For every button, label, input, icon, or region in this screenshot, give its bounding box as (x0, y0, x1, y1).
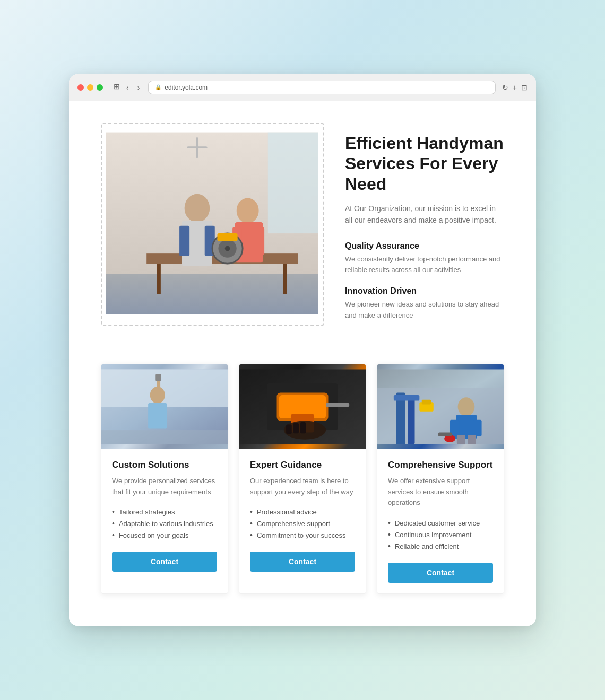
browser-actions: ↻ + ⊡ (502, 83, 528, 92)
url-text: editor.yola.com (165, 84, 208, 91)
hero-subtitle: At Our Organization, our mission is to e… (345, 203, 504, 226)
card-list-item: Continuous improvement (388, 529, 493, 540)
svg-rect-2 (268, 132, 318, 233)
contact-button-2[interactable]: Contact (250, 552, 355, 572)
svg-rect-4 (157, 264, 161, 294)
svg-point-6 (185, 194, 210, 222)
card-desc-2: Our experienced team is here to support … (250, 476, 355, 498)
card-title-3: Comprehensive Support (388, 460, 493, 470)
card-body-1: Custom Solutions We provide personalized… (101, 449, 228, 583)
lock-icon: 🔒 (155, 84, 161, 90)
card-list-3: Dedicated customer service Continuous im… (388, 517, 493, 552)
card-comprehensive-support: Comprehensive Support We offer extensive… (377, 364, 504, 594)
hero-title: Efficient Handyman Services For Every Ne… (345, 133, 504, 194)
hero-content: Efficient Handyman Services For Every Ne… (345, 122, 504, 332)
card-image-2 (239, 364, 366, 449)
browser-window: ⊞ ‹ › 🔒 editor.yola.com ↻ + ⊡ (69, 74, 536, 626)
card-list-item: Focused on your goals (112, 529, 217, 541)
svg-rect-22 (101, 369, 228, 407)
card-list-item: Comprehensive support (250, 518, 355, 529)
card-list-item: Dedicated customer service (388, 517, 493, 529)
svg-rect-8 (179, 225, 189, 256)
svg-rect-36 (293, 423, 299, 433)
card-body-2: Expert Guidance Our experienced team is … (239, 449, 366, 583)
svg-rect-20 (196, 137, 198, 158)
svg-rect-13 (255, 227, 264, 255)
back-button[interactable]: ‹ (124, 82, 131, 93)
svg-rect-51 (468, 435, 476, 444)
feature-quality: Quality Assurance We consistently delive… (345, 241, 504, 276)
feature-innovation-desc: We pioneer new ideas and solutions to st… (345, 299, 504, 321)
card-list-item: Reliable and efficient (388, 540, 493, 552)
svg-rect-37 (300, 422, 306, 433)
svg-rect-44 (422, 400, 431, 405)
sidebar-toggle-icon[interactable]: ⊞ (114, 82, 120, 93)
svg-rect-26 (155, 374, 161, 381)
forward-button[interactable]: › (135, 82, 142, 93)
traffic-light-yellow[interactable] (87, 84, 93, 91)
card-desc-3: We offer extensive support services to e… (388, 476, 493, 509)
card-list-item: Professional advice (250, 506, 355, 518)
svg-rect-41 (408, 397, 414, 444)
feature-innovation-title: Innovation Driven (345, 286, 504, 296)
card-title-1: Custom Solutions (112, 460, 217, 470)
cards-section: Custom Solutions We provide personalized… (101, 364, 504, 594)
svg-rect-24 (148, 403, 167, 428)
svg-rect-17 (218, 233, 238, 241)
hero-image-dashed-border (101, 122, 324, 326)
add-tab-icon[interactable]: + (513, 83, 517, 92)
svg-point-45 (458, 397, 475, 416)
contact-button-1[interactable]: Contact (112, 552, 217, 572)
card-body-3: Comprehensive Support We offer extensive… (377, 449, 504, 593)
card-desc-1: We provide personalized services that fi… (112, 476, 217, 498)
traffic-lights (77, 84, 103, 91)
card-expert-guidance: Expert Guidance Our experienced team is … (239, 364, 366, 594)
more-options-icon[interactable]: ⊡ (521, 83, 528, 92)
address-bar[interactable]: 🔒 editor.yola.com (148, 81, 495, 94)
feature-innovation: Innovation Driven We pioneer new ideas a… (345, 286, 504, 321)
page-content: Efficient Handyman Services For Every Ne… (69, 101, 536, 626)
feature-quality-title: Quality Assurance (345, 241, 504, 251)
browser-controls: ⊞ ‹ › (114, 82, 142, 93)
contact-button-3[interactable]: Contact (388, 563, 493, 583)
svg-rect-33 (326, 403, 349, 407)
svg-rect-5 (283, 264, 287, 294)
card-title-2: Expert Guidance (250, 460, 355, 470)
browser-chrome: ⊞ ‹ › 🔒 editor.yola.com ↻ + ⊡ (69, 74, 536, 101)
hero-section: Efficient Handyman Services For Every Ne… (101, 122, 504, 332)
traffic-light-green[interactable] (97, 84, 103, 91)
card-custom-solutions: Custom Solutions We provide personalized… (101, 364, 228, 594)
svg-rect-50 (457, 435, 465, 444)
hero-image-container (101, 122, 324, 326)
card-list-2: Professional advice Comprehensive suppor… (250, 506, 355, 541)
svg-rect-42 (394, 395, 419, 401)
card-image-3 (377, 364, 504, 449)
refresh-icon[interactable]: ↻ (502, 83, 508, 92)
svg-rect-27 (101, 430, 228, 444)
svg-point-10 (237, 198, 259, 223)
svg-rect-25 (157, 379, 160, 397)
card-list-1: Tailored strategies Adaptable to various… (112, 506, 217, 541)
card-list-item: Tailored strategies (112, 506, 217, 518)
svg-rect-52 (438, 432, 452, 436)
card-list-item: Adaptable to various industries (112, 518, 217, 529)
svg-point-16 (225, 246, 230, 251)
card-list-item: Commitment to your success (250, 529, 355, 541)
traffic-light-red[interactable] (77, 84, 84, 91)
hero-image (106, 128, 318, 319)
svg-rect-35 (286, 424, 292, 434)
svg-rect-49 (473, 420, 482, 436)
feature-quality-desc: We consistently deliver top-notch perfor… (345, 254, 504, 276)
card-image-1 (101, 364, 228, 449)
